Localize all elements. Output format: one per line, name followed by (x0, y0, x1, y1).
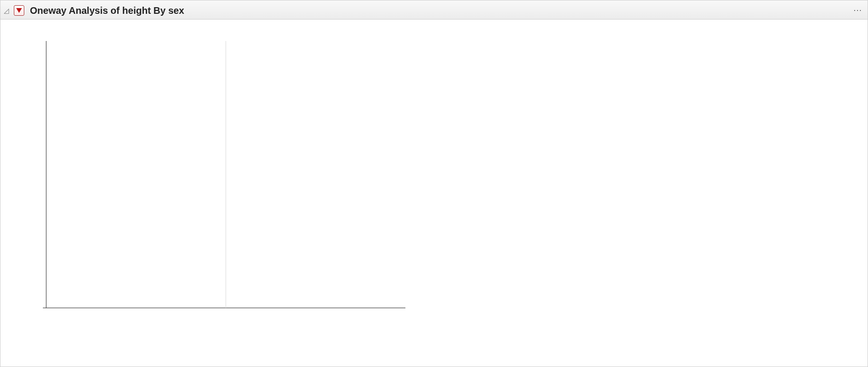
chart-area (0, 20, 868, 367)
triangle-down-icon[interactable] (14, 5, 24, 16)
overflow-icon[interactable]: ⋯ (853, 0, 863, 20)
oneway-panel: ◿ Oneway Analysis of height By sex ⋯ (0, 0, 868, 367)
panel-titlebar: ◿ Oneway Analysis of height By sex ⋯ (0, 0, 868, 20)
svg-marker-0 (16, 8, 22, 13)
panel-title: Oneway Analysis of height By sex (30, 1, 184, 20)
charts-svg (0, 20, 868, 367)
disclosure-open-icon[interactable]: ◿ (2, 1, 10, 20)
